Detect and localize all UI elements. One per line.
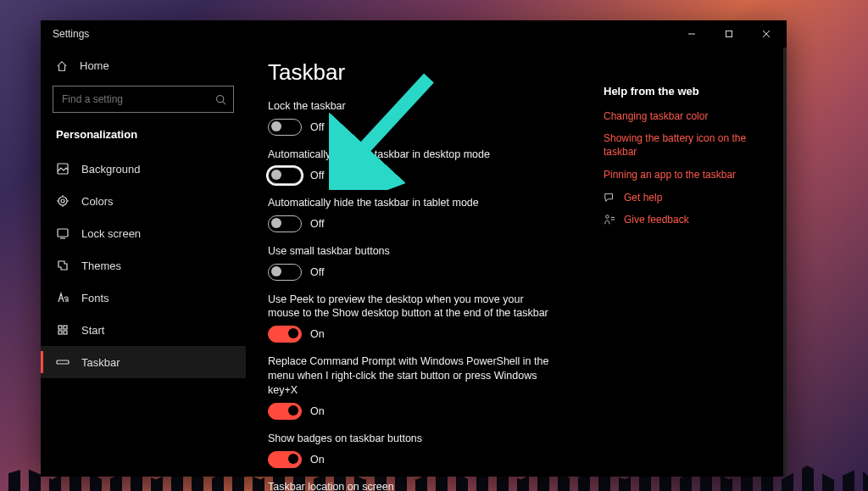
option-label: Use small taskbar buttons [268, 244, 556, 259]
sidebar-home-label: Home [80, 59, 109, 72]
help-heading: Help from the web [604, 85, 773, 98]
svg-line-5 [223, 101, 225, 103]
page-title: Taskbar [268, 59, 570, 86]
sidebar-item-colors[interactable]: Colors [41, 185, 246, 217]
toggle-state: Off [310, 170, 324, 181]
toggle-switch[interactable] [268, 451, 302, 468]
option-label: Use Peek to preview the desktop when you… [268, 293, 556, 321]
svg-point-8 [61, 199, 64, 203]
toggle-state: Off [310, 218, 324, 230]
sidebar-nav: BackgroundColorsLock screenThemesFontsSt… [41, 153, 246, 378]
nav-icon [56, 259, 70, 272]
toggle-row: On [268, 326, 570, 343]
maximize-button[interactable] [710, 20, 748, 47]
option-label: Replace Command Prompt with Windows Powe… [268, 354, 556, 398]
toggle-switch[interactable] [268, 119, 302, 136]
option-label: Show badges on taskbar buttons [268, 432, 556, 446]
sidebar-item-start[interactable]: Start [41, 314, 246, 346]
nav-icon [56, 323, 70, 337]
nav-label: Themes [81, 259, 121, 272]
settings-content: Taskbar Lock the taskbarOffAutomatically… [268, 54, 570, 477]
taskbar-location-label: Taskbar location on screen [268, 480, 556, 491]
svg-rect-1 [726, 31, 732, 37]
close-button[interactable] [748, 20, 785, 47]
nav-icon [56, 194, 70, 208]
nav-label: Taskbar [81, 356, 120, 369]
toggle-row: Off [268, 119, 570, 136]
toggle-row: Off [268, 167, 570, 184]
toggle-row: On [268, 403, 570, 420]
chat-icon [604, 192, 615, 204]
svg-rect-13 [64, 331, 67, 334]
toggle-row: On [268, 451, 570, 468]
toggle-row: Off [268, 264, 570, 281]
option-label: Automatically hide the taskbar in deskto… [268, 148, 556, 162]
sidebar: Home Personalization BackgroundColorsLoc… [41, 47, 246, 477]
window-controls [673, 20, 785, 47]
svg-point-15 [606, 215, 609, 219]
nav-label: Lock screen [81, 227, 141, 240]
feedback-label: Give feedback [624, 214, 689, 226]
nav-icon [56, 355, 70, 369]
toggle-switch[interactable] [268, 215, 302, 232]
nav-label: Fonts [81, 292, 109, 304]
settings-window: Settings Home [41, 20, 787, 477]
svg-point-7 [58, 197, 67, 205]
toggle-switch[interactable] [268, 264, 302, 281]
svg-rect-11 [64, 326, 67, 329]
svg-rect-14 [57, 360, 69, 364]
nav-icon [56, 162, 70, 176]
svg-rect-10 [58, 326, 62, 329]
home-icon [56, 60, 68, 72]
scrollbar[interactable] [783, 47, 787, 477]
window-title: Settings [53, 28, 89, 40]
minimize-icon [687, 30, 696, 38]
toggle-state: Off [310, 121, 324, 133]
svg-rect-9 [58, 229, 68, 237]
sidebar-item-taskbar[interactable]: Taskbar [41, 346, 246, 378]
nav-label: Start [81, 324, 104, 337]
option-label: Lock the taskbar [268, 99, 556, 114]
nav-icon [56, 291, 70, 304]
toggle-state: On [310, 328, 325, 340]
give-feedback-link[interactable]: Give feedback [604, 214, 773, 226]
search-field[interactable] [53, 86, 234, 113]
get-help-link[interactable]: Get help [604, 192, 773, 204]
nav-icon [56, 226, 70, 240]
help-link[interactable]: Showing the battery icon on the taskbar [604, 131, 773, 159]
toggle-state: On [310, 405, 325, 417]
feedback-icon [604, 214, 615, 226]
sidebar-home[interactable]: Home [41, 53, 246, 79]
option-label: Automatically hide the taskbar in tablet… [268, 196, 556, 210]
svg-rect-12 [58, 331, 62, 334]
maximize-icon [725, 30, 733, 38]
search-icon [215, 94, 226, 105]
toggle-state: Off [310, 266, 324, 278]
sidebar-item-background[interactable]: Background [41, 153, 246, 185]
nav-label: Colors [81, 195, 114, 208]
toggle-switch[interactable] [268, 403, 302, 420]
close-icon [762, 30, 771, 38]
toggle-row: Off [268, 215, 570, 232]
nav-label: Background [81, 163, 140, 176]
help-link[interactable]: Changing taskbar color [604, 109, 773, 123]
desktop-wallpaper: Settings Home [0, 0, 868, 491]
minimize-button[interactable] [673, 20, 710, 47]
sidebar-item-lock-screen[interactable]: Lock screen [41, 217, 246, 249]
titlebar: Settings [41, 20, 787, 47]
sidebar-category: Personalization [41, 125, 246, 153]
toggle-switch[interactable] [268, 167, 302, 184]
get-help-label: Get help [624, 192, 662, 204]
toggle-state: On [310, 454, 325, 466]
sidebar-item-themes[interactable]: Themes [41, 249, 246, 282]
svg-point-4 [217, 95, 224, 102]
help-link[interactable]: Pinning an app to the taskbar [604, 168, 773, 181]
help-panel: Help from the web Changing taskbar color… [604, 54, 773, 477]
search-input[interactable] [60, 92, 199, 106]
sidebar-item-fonts[interactable]: Fonts [41, 282, 246, 314]
main-panel: Taskbar Lock the taskbarOffAutomatically… [246, 47, 787, 477]
toggle-switch[interactable] [268, 326, 302, 343]
